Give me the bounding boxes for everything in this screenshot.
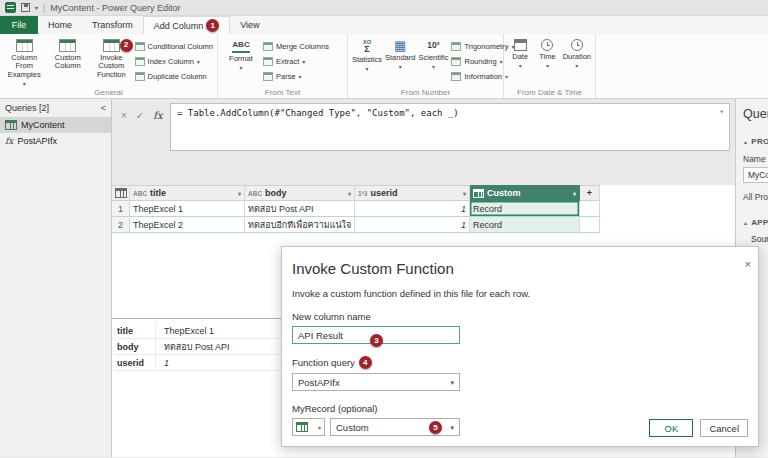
- myrecord-type-dropdown[interactable]: ▾: [292, 418, 325, 436]
- myrecord-value-dropdown[interactable]: Custom 5 ▾: [330, 418, 460, 436]
- from-text-small-buttons: Merge Columns Extract ▾ Parse ▾: [263, 37, 329, 83]
- formula-text: = Table.AddColumn(#"Changed Type", "Cust…: [177, 108, 459, 118]
- invoke-custom-function-button[interactable]: Invoke Custom Function 2: [91, 37, 132, 79]
- cell-value: ทดสอบ Post API: [248, 202, 313, 216]
- quick-access-chevron-down-icon[interactable]: ▾: [35, 4, 38, 11]
- scientific-button[interactable]: 10² Scientific ▾: [418, 37, 448, 71]
- column-header-custom[interactable]: Custom ▾: [470, 185, 580, 201]
- expand-formula-chevron-icon[interactable]: ▾: [719, 107, 724, 116]
- information-icon: [451, 72, 461, 81]
- cell-title[interactable]: ThepExcel 2: [130, 217, 245, 233]
- column-header-title[interactable]: ABC title ▾: [130, 185, 245, 201]
- cell-userid[interactable]: 1: [355, 201, 470, 217]
- power-query-editor-window: ▾ | MyContent - Power Query Editor File …: [0, 0, 768, 458]
- invoke-custom-function-dialog: × Invoke Custom Function Invoke a custom…: [281, 246, 759, 447]
- query-item-mycontent[interactable]: MyContent: [0, 117, 111, 133]
- chevron-down-icon: ▾: [239, 65, 242, 72]
- grid-row-2: 2 ThepExcel 2 ทดสอบอีกทีเพื่อความแน่ใจ 1…: [112, 217, 735, 233]
- dialog-close-icon[interactable]: ×: [745, 259, 751, 269]
- cancel-button[interactable]: Cancel: [700, 419, 748, 437]
- ok-button[interactable]: OK: [649, 419, 693, 437]
- function-query-dropdown[interactable]: PostAPIfx ▾: [292, 373, 460, 391]
- table-menu-button[interactable]: [112, 185, 130, 201]
- cell-body[interactable]: ทดสอบ Post API: [245, 201, 355, 217]
- new-column-name-label: New column name: [292, 311, 758, 322]
- applied-step-source[interactable]: Source: [743, 234, 768, 244]
- column-from-examples-button[interactable]: Column From Examples ▾: [4, 37, 45, 88]
- group-label-from-datetime: From Date & Time: [504, 88, 595, 97]
- format-button[interactable]: ABC Format ▾: [222, 37, 260, 72]
- index-column-button[interactable]: Index Column ▾: [135, 55, 213, 68]
- applied-steps-section-header[interactable]: ▲ APPLIED STEPS: [743, 218, 768, 227]
- row-number-cell[interactable]: 2: [112, 217, 130, 233]
- chevron-down-icon: ▾: [432, 64, 435, 71]
- window-title: MyContent - Power Query Editor: [50, 3, 180, 13]
- tab-view[interactable]: View: [230, 16, 269, 34]
- time-clock-icon: [541, 39, 553, 51]
- scientific-label: Scientific: [418, 54, 448, 62]
- cell-userid[interactable]: 1: [355, 217, 470, 233]
- filter-chevron-icon[interactable]: ▾: [573, 190, 576, 197]
- record-link: Record: [473, 220, 502, 230]
- column-name: userid: [370, 188, 397, 198]
- row-number-cell[interactable]: 1: [112, 201, 130, 217]
- merge-columns-button[interactable]: Merge Columns: [263, 40, 329, 53]
- query-name-input[interactable]: [743, 167, 768, 183]
- statistics-button[interactable]: ΧΟ Σ Statistics ▾: [352, 37, 382, 73]
- tab-add-column[interactable]: Add Column 1: [143, 16, 231, 34]
- add-column-header-button[interactable]: +: [580, 185, 600, 201]
- myrecord-label-text: MyRecord (optional): [292, 403, 378, 414]
- group-label-from-number: From Number: [348, 88, 503, 97]
- format-label: Format: [229, 55, 253, 63]
- invoke-custom-function-icon: [103, 39, 120, 52]
- duration-button[interactable]: Duration ▾: [563, 37, 591, 70]
- cell-custom-record[interactable]: Record: [470, 201, 580, 217]
- fx-icon[interactable]: fx: [153, 110, 162, 151]
- grid-header-row: ABC title ▾ ABC body ▾ 1²3 userid ▾: [112, 185, 735, 201]
- text-type-icon: ABC: [133, 190, 147, 197]
- chevron-down-icon: ▾: [197, 58, 200, 65]
- formula-input[interactable]: = Table.AddColumn(#"Changed Type", "Cust…: [170, 103, 730, 151]
- tab-file[interactable]: File: [0, 16, 38, 34]
- cell-body[interactable]: ทดสอบอีกทีเพื่อความแน่ใจ: [245, 217, 355, 233]
- all-properties-link[interactable]: All Properties: [743, 192, 768, 202]
- date-calendar-icon: [514, 39, 527, 51]
- parse-button[interactable]: Parse ▾: [263, 70, 329, 83]
- date-button[interactable]: Date ▾: [508, 37, 532, 70]
- parse-label: Parse: [276, 72, 296, 81]
- extract-button[interactable]: Extract ▾: [263, 55, 329, 68]
- query-item-label: PostAPIfx: [17, 136, 57, 146]
- cell-custom-record[interactable]: Record: [470, 217, 580, 233]
- cancel-formula-icon[interactable]: ×: [121, 110, 127, 151]
- column-name: title: [150, 188, 166, 198]
- conditional-column-button[interactable]: Conditional Column: [135, 40, 213, 53]
- query-item-postapifx[interactable]: fx PostAPIfx: [0, 133, 111, 149]
- new-column-name-field: 3: [292, 326, 460, 344]
- tab-home[interactable]: Home: [38, 16, 82, 34]
- column-from-examples-label: Column From Examples: [4, 54, 45, 79]
- save-icon[interactable]: [21, 3, 30, 12]
- filter-chevron-icon[interactable]: ▾: [463, 190, 466, 197]
- filter-chevron-icon[interactable]: ▾: [348, 190, 351, 197]
- commit-formula-icon[interactable]: ✓: [136, 110, 144, 151]
- filter-chevron-icon[interactable]: ▾: [238, 190, 241, 197]
- properties-section-header[interactable]: ▲ PROPERTIES: [743, 137, 768, 146]
- chevron-down-icon: ▾: [318, 424, 321, 431]
- tab-transform[interactable]: Transform: [82, 16, 143, 34]
- merge-columns-icon: [263, 42, 273, 51]
- statistics-icon: ΧΟ Σ: [363, 39, 372, 54]
- collapse-pane-icon[interactable]: <: [101, 103, 106, 113]
- column-header-userid[interactable]: 1²3 userid ▾: [355, 185, 470, 201]
- standard-button[interactable]: ▦ Standard ▾: [385, 37, 415, 71]
- field-name: body: [114, 339, 156, 354]
- field-value: 1: [156, 358, 169, 368]
- dialog-buttons: OK Cancel: [649, 419, 748, 437]
- time-button[interactable]: Time ▾: [535, 37, 559, 70]
- custom-column-icon: [59, 39, 76, 52]
- duplicate-column-icon: [135, 72, 145, 81]
- cell-title[interactable]: ThepExcel 1: [130, 201, 245, 217]
- custom-column-button[interactable]: Custom Column: [48, 37, 89, 71]
- column-header-body[interactable]: ABC body ▾: [245, 185, 355, 201]
- column-name: body: [265, 188, 287, 198]
- duplicate-column-button[interactable]: Duplicate Column: [135, 70, 213, 83]
